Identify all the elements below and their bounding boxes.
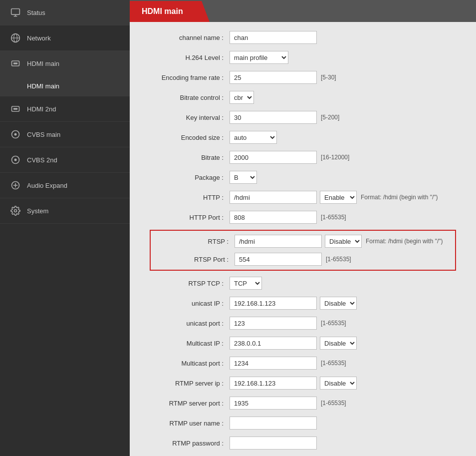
http-row: HTTP : Enable Disable Format: /hdmi (beg…: [150, 190, 456, 205]
bitrate-hint: [16-12000]: [321, 154, 349, 161]
sidebar: Status Network HDMI main HDMI main HDMI …: [0, 0, 130, 456]
hdmi-2nd-icon: [10, 103, 21, 114]
rtmp-user-input[interactable]: [230, 417, 317, 430]
rtmp-server-port-row: RTMP server port : [1-65535]: [150, 396, 456, 411]
rtsp-port-hint: [1-65535]: [326, 256, 351, 263]
h264-row: H.264 Level : main profile baseline prof…: [150, 50, 456, 65]
svg-point-17: [14, 210, 17, 212]
bitrate-control-select[interactable]: cbr vbr: [230, 91, 254, 104]
key-interval-row: Key interval : [5-200]: [150, 110, 456, 125]
package-select[interactable]: B A C: [230, 171, 257, 184]
sidebar-item-label: Network: [27, 34, 51, 42]
rtmp-server-ip-enable-select[interactable]: Disable Enable: [320, 377, 357, 390]
sidebar-item-network[interactable]: Network: [0, 25, 130, 51]
rtmp-user-row: RTMP user name :: [150, 416, 456, 431]
multicast-ip-row: Multicast IP : Disable Enable: [150, 336, 456, 351]
rtsp-row: RTSP : Disable Enable Format: /hdmi (beg…: [155, 234, 451, 249]
content-area: channel name : H.264 Level : main profil…: [130, 22, 476, 456]
rtsp-port-label: RTSP Port :: [155, 256, 235, 263]
encoding-rate-input[interactable]: [230, 71, 317, 84]
channel-name-row: channel name :: [150, 30, 456, 45]
rtsp-label: RTSP :: [155, 238, 235, 245]
http-port-label: HTTP Port :: [150, 214, 230, 221]
bitrate-input[interactable]: [230, 151, 317, 164]
rtmp-server-port-label: RTMP server port :: [150, 400, 230, 407]
sidebar-item-cvbs-main[interactable]: CVBS main: [0, 122, 130, 147]
svg-point-13: [14, 159, 17, 161]
sidebar-sub-item-hdmi-main[interactable]: HDMI main: [0, 76, 130, 96]
unicast-port-row: unicast port : [1-65535]: [150, 316, 456, 331]
sidebar-item-hdmi-main[interactable]: HDMI main: [0, 51, 130, 76]
multicast-port-row: Multicast port : [1-65535]: [150, 356, 456, 371]
h264-select[interactable]: main profile baseline profile high profi…: [230, 51, 288, 64]
bitrate-row: Bitrate : [16-12000]: [150, 150, 456, 165]
rtmp-password-label: RTMP password :: [150, 440, 230, 447]
unicast-port-input[interactable]: [230, 317, 317, 330]
rtsp-enable-select[interactable]: Disable Enable: [325, 235, 362, 248]
sidebar-item-system[interactable]: System: [0, 198, 130, 224]
rtmp-server-port-input[interactable]: [230, 397, 317, 410]
unicast-ip-row: unicast IP : Disable Enable: [150, 296, 456, 311]
unicast-port-label: unicast port :: [150, 320, 230, 327]
multicast-ip-input[interactable]: [230, 337, 317, 350]
unicast-ip-input[interactable]: [230, 297, 317, 310]
http-hint: Format: /hdmi (begin with "/"): [361, 194, 438, 201]
encoding-rate-label: Encoding frame rate :: [150, 74, 230, 81]
hdmi-icon: [10, 58, 21, 69]
svg-rect-0: [11, 9, 20, 15]
http-enable-select[interactable]: Enable Disable: [320, 191, 357, 204]
rtsp-tcp-select[interactable]: TCP UDP: [230, 277, 262, 290]
channel-name-input[interactable]: [230, 31, 317, 44]
multicast-port-input[interactable]: [230, 357, 317, 370]
multicast-ip-enable-select[interactable]: Disable Enable: [320, 337, 357, 350]
encoding-rate-hint: [5-30]: [321, 74, 336, 81]
http-port-hint: [1-65535]: [321, 214, 346, 221]
package-row: Package : B A C: [150, 170, 456, 185]
http-port-row: HTTP Port : [1-65535]: [150, 210, 456, 225]
sidebar-item-label: System: [27, 207, 48, 215]
svg-point-11: [14, 133, 17, 136]
svg-rect-7: [13, 62, 17, 64]
key-interval-hint: [5-200]: [321, 114, 339, 121]
key-interval-input[interactable]: [230, 111, 317, 124]
http-input[interactable]: [230, 191, 317, 204]
audio-expand-icon: [10, 180, 21, 191]
sidebar-item-cvbs-2nd[interactable]: CVBS 2nd: [0, 147, 130, 173]
rtsp-port-input[interactable]: [235, 253, 322, 266]
rtsp-input[interactable]: [235, 235, 322, 248]
package-label: Package :: [150, 174, 230, 181]
system-gear-icon: [10, 205, 21, 216]
sidebar-item-label: HDMI main: [27, 60, 59, 67]
rtmp-server-ip-label: RTMP server ip :: [150, 380, 230, 387]
rtmp-password-input[interactable]: [230, 437, 317, 450]
encoded-size-select[interactable]: auto 1920x1080 1280x720 720x576 720x480: [230, 131, 277, 144]
monitor-icon: [10, 7, 21, 18]
rtmp-server-ip-input[interactable]: [230, 377, 317, 390]
multicast-ip-label: Multicast IP :: [150, 340, 230, 347]
cvbs-main-icon: [10, 129, 21, 140]
sidebar-item-audio-expand[interactable]: Audio Expand: [0, 173, 130, 198]
encoded-size-label: Encoded size :: [150, 134, 230, 141]
bitrate-control-label: Bitrate control :: [150, 94, 230, 101]
channel-name-label: channel name :: [150, 34, 230, 41]
cvbs-2nd-icon: [10, 154, 21, 165]
unicast-ip-enable-select[interactable]: Disable Enable: [320, 297, 357, 310]
encoded-size-row: Encoded size : auto 1920x1080 1280x720 7…: [150, 130, 456, 145]
h264-label: H.264 Level :: [150, 54, 230, 61]
rtmp-server-port-hint: [1-65535]: [321, 400, 346, 407]
rtsp-port-row: RTSP Port : [1-65535]: [155, 252, 451, 267]
sidebar-item-status[interactable]: Status: [0, 0, 130, 25]
encoding-rate-row: Encoding frame rate : [5-30]: [150, 70, 456, 85]
rtmp-password-row: RTMP password :: [150, 436, 456, 451]
main-content: HDMI main channel name : H.264 Level : m…: [130, 0, 476, 456]
rtsp-highlight-box: RTSP : Disable Enable Format: /hdmi (beg…: [150, 230, 456, 271]
rtsp-tcp-label: RTSP TCP :: [150, 280, 230, 287]
sidebar-item-label: Status: [27, 9, 45, 16]
sidebar-item-hdmi-2nd[interactable]: HDMI 2nd: [0, 96, 130, 122]
rtmp-server-ip-row: RTMP server ip : Disable Enable: [150, 376, 456, 391]
svg-rect-9: [13, 108, 17, 109]
http-label: HTTP :: [150, 194, 230, 201]
tab-bar: HDMI main: [130, 0, 476, 22]
unicast-port-hint: [1-65535]: [321, 320, 346, 327]
http-port-input[interactable]: [230, 211, 317, 224]
